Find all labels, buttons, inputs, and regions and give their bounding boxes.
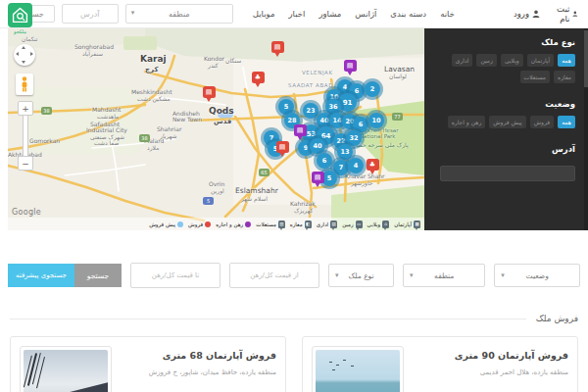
map-cluster-marker[interactable]: 13	[337, 144, 353, 160]
property-type-option[interactable]: مغازه	[554, 71, 575, 83]
listing-image[interactable]	[312, 346, 404, 392]
map-cluster-marker[interactable]: 40	[310, 138, 325, 154]
status-option[interactable]: فروش	[530, 116, 554, 128]
price-to-input[interactable]	[130, 263, 220, 288]
listing-card[interactable]: فروش آپارتمان 68 متری منطقه یازده، حافظ …	[10, 336, 286, 392]
auth-link[interactable]: ثبت نام	[552, 4, 578, 24]
pan-left-icon[interactable]	[16, 52, 19, 56]
map-label: قدس	[214, 119, 231, 125]
advanced-search-button[interactable]: جستجوی پیشرفته	[8, 264, 74, 287]
status-option[interactable]: همه	[558, 116, 575, 128]
property-type-option[interactable]: مستغلات	[520, 71, 551, 83]
winter-painting-image	[24, 350, 108, 392]
marker-pin-icon: ▭	[356, 220, 363, 228]
nav-link[interactable]: اخبار	[289, 9, 306, 19]
marker-pin-icon: ▦	[414, 220, 420, 228]
map-label: صفا دشت	[94, 140, 119, 146]
nav-link[interactable]: خانه	[440, 9, 455, 19]
zoom-slider[interactable]	[23, 115, 28, 157]
marker-pin-icon: ▥	[278, 220, 285, 228]
nav-link[interactable]: مشاور	[318, 9, 341, 19]
map-cluster-marker[interactable]: 10	[368, 113, 384, 128]
map-pan-control[interactable]	[14, 44, 35, 66]
map-cluster-marker[interactable]: 23	[303, 103, 318, 119]
map-label: کندر	[208, 63, 219, 69]
map-cluster-marker[interactable]: 6	[317, 153, 332, 169]
pin-glyph-icon: ▤	[347, 63, 354, 70]
map-pin-marker[interactable]: ♣	[367, 159, 379, 175]
status-option[interactable]: پیش فروش	[489, 116, 525, 128]
status-select[interactable]: وضعیت	[494, 264, 580, 287]
filters-panel: نوع ملک همهآپارتمانویلاییزمیناداریمغازهم…	[424, 28, 588, 230]
nav-link[interactable]: آژانس	[355, 9, 376, 19]
map-label: سنگان	[225, 58, 241, 64]
listing-image[interactable]	[20, 346, 112, 392]
map-label: Qods	[209, 107, 234, 116]
section-title: فروش ملک	[536, 314, 578, 323]
auth-link[interactable]: ورود	[514, 9, 540, 19]
property-type-option[interactable]: اداری	[452, 54, 473, 67]
site-logo[interactable]	[8, 3, 32, 27]
street-view-pegman[interactable]	[16, 74, 33, 95]
status-title: وضعیت	[440, 99, 575, 109]
property-type-option[interactable]: زمین	[476, 54, 497, 67]
pan-right-icon[interactable]	[30, 52, 33, 56]
legend-status-item: پیش فروش	[149, 221, 183, 227]
status-option[interactable]: رهن و اجاره	[448, 116, 486, 128]
region-select[interactable]: منطقه	[125, 4, 233, 24]
property-type-select[interactable]: نوع ملک	[328, 264, 394, 287]
map-label: کهریزک	[294, 208, 313, 214]
legend-types: ▦ آپارتمان ⌂ ویلایی ▭ زمین ▤	[256, 220, 420, 228]
map-pin-marker[interactable]: ▤	[294, 124, 307, 141]
map-pin-marker[interactable]: ▤	[312, 172, 324, 188]
map-pin-marker[interactable]: ▤	[344, 60, 357, 76]
map-cluster-marker[interactable]: 91	[338, 93, 357, 112]
pin-glyph-icon: ▤	[315, 174, 321, 181]
address-filter-input[interactable]	[440, 166, 575, 181]
map-canvas[interactable]: تنکمانSonghorabadسنقرآبادKarajکرجMeshkin…	[8, 28, 424, 230]
map-label: National Park	[360, 134, 396, 140]
pin-glyph-icon: ♣	[255, 74, 261, 81]
map-pin-marker[interactable]: ▤	[276, 141, 289, 158]
road-shield: 65	[259, 169, 270, 176]
address-input[interactable]	[62, 4, 119, 24]
property-type-option[interactable]: ویلایی	[501, 54, 523, 67]
listing-title[interactable]: فروش آپارتمان 90 متری	[416, 350, 568, 361]
map-cluster-marker[interactable]: 4	[348, 158, 364, 173]
pan-down-icon[interactable]	[22, 61, 25, 64]
listing-subtitle: منطقه یازده، هلال احمر قدیمی	[416, 368, 568, 376]
map-pin-marker[interactable]: ▤	[271, 41, 284, 58]
nav-link[interactable]: دسته بندی	[390, 9, 426, 19]
nav-link[interactable]: موبایل	[253, 9, 275, 19]
price-from-input[interactable]	[229, 263, 319, 288]
property-type-option[interactable]: آپارتمان	[527, 54, 554, 67]
scrollbar-thumb[interactable]	[584, 30, 588, 87]
map-pin-marker[interactable]: ▤	[203, 86, 216, 103]
zoom-in-button[interactable]	[18, 101, 33, 116]
search-filter-bar: وضعیت منطقه نوع ملک جستجو جستجوی پیشرفته	[0, 263, 588, 288]
legend-type-item: ▦ آپارتمان	[394, 220, 420, 228]
map-cluster-marker[interactable]: 32	[346, 130, 362, 146]
legend-status-item: فروش	[188, 221, 211, 227]
property-type-option[interactable]: همه	[558, 54, 575, 67]
listing-card[interactable]: فروش آپارتمان 90 متری منطقه یازده، هلال …	[302, 336, 578, 392]
zoom-out-button[interactable]	[18, 156, 33, 171]
map-label: اسلام شهر	[241, 196, 268, 202]
pin-glyph-icon: ▤	[206, 89, 213, 96]
google-logo[interactable]: Google	[12, 208, 41, 217]
pegman-icon	[21, 76, 28, 92]
map-pin-marker[interactable]: ♣	[252, 72, 265, 88]
pan-up-icon[interactable]	[22, 46, 25, 49]
marker-pin-icon: ⌂	[382, 220, 389, 228]
listing-title[interactable]: فروش آپارتمان 68 متری	[123, 350, 276, 361]
region-filter-select[interactable]: منطقه	[403, 264, 485, 287]
search-buttons: جستجو جستجوی پیشرفته	[8, 264, 122, 287]
map-label: Gomorkan	[29, 138, 60, 144]
map-label: SAADAT ABAD	[288, 83, 333, 89]
map-cluster-marker[interactable]: 2	[365, 81, 380, 97]
map-label: اورین	[211, 188, 224, 194]
map-label: کرج	[145, 67, 158, 74]
map-label: شهریار	[160, 133, 177, 139]
road-shield: 38	[41, 107, 52, 115]
search-button[interactable]: جستجو	[74, 264, 122, 287]
